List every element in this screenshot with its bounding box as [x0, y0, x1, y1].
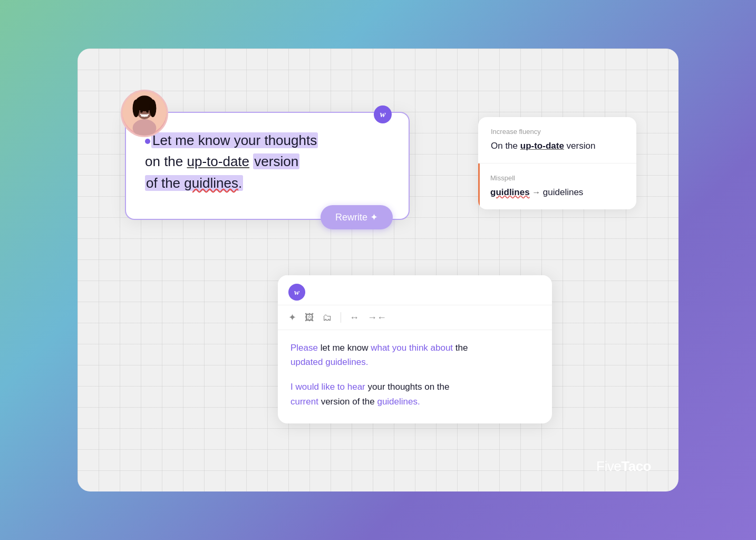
misspell-from: guidlines: [490, 187, 530, 197]
para1-updated: updated guidelines.: [290, 357, 368, 367]
expand-icon[interactable]: ↔: [350, 312, 359, 323]
w-badge: w: [374, 105, 392, 123]
misspell-to: guidelines: [543, 187, 584, 197]
avatar: [121, 90, 168, 137]
suggestions-card: Increase fluency On the up-to-date versi…: [478, 117, 636, 209]
compress-icon[interactable]: →←: [367, 312, 386, 323]
output-w-badge: w: [288, 284, 305, 301]
svg-point-4: [133, 100, 140, 118]
misspell-arrow: →: [532, 188, 542, 197]
svg-rect-9: [141, 114, 148, 117]
toolbar-divider: [341, 312, 341, 323]
link-phrase: up-to-date: [187, 153, 250, 169]
image-icon[interactable]: 🖼: [305, 312, 314, 323]
svg-point-8: [146, 110, 149, 113]
sparkle-icon[interactable]: ✦: [288, 312, 296, 323]
para1-please: Please: [290, 343, 318, 353]
para1-what: what you think about: [371, 343, 453, 353]
sel-dot: [145, 139, 150, 144]
misspell-word: guidlines: [184, 175, 238, 191]
fluency-label: Increase fluency: [491, 128, 624, 136]
editor-card: w Let me know your thoughts on the up-to…: [125, 112, 410, 220]
misspell-content: guidlines → guidelines: [490, 186, 624, 199]
para2-i-would: I would like to hear: [290, 382, 365, 392]
para2-guidelines: guidelines.: [377, 397, 420, 407]
misspell-label: Misspell: [490, 174, 624, 182]
editor-text: Let me know your thoughts on the up-to-d…: [145, 130, 390, 194]
main-card: w Let me know your thoughts on the up-to…: [77, 49, 679, 491]
output-body: Please let me know what you think about …: [278, 330, 552, 423]
output-toolbar: ✦ 🖼 🗂 ↔ →←: [278, 305, 552, 330]
output-header: w: [278, 275, 552, 305]
branding: FiveTaco: [596, 458, 651, 475]
svg-point-7: [140, 110, 143, 113]
para1-the: the: [455, 343, 468, 353]
output-para-1: Please let me know what you think about …: [290, 341, 539, 369]
highlighted-text: Let me know your thoughts: [151, 132, 318, 148]
para2-your: your thoughts on the: [367, 382, 449, 392]
output-para-2: I would like to hear your thoughts on th…: [290, 380, 539, 408]
rewrite-label: Rewrite ✦: [335, 211, 378, 223]
suggestion-fluency: Increase fluency On the up-to-date versi…: [478, 117, 636, 163]
fluency-content: On the up-to-date version: [491, 140, 624, 152]
highlighted-version: version: [253, 153, 299, 169]
para2-current: current: [290, 397, 318, 407]
highlighted-of: of the guidlines.: [145, 175, 243, 191]
output-card: w ✦ 🖼 🗂 ↔ →← Please let me know what you…: [278, 275, 552, 423]
para1-let: let me know: [321, 343, 371, 353]
brand-taco: Taco: [621, 458, 651, 474]
suggestion-misspell: Misspell guidlines → guidelines: [478, 163, 636, 209]
brand-five: Five: [596, 458, 621, 474]
para2-version: version of the: [321, 397, 377, 407]
clipboard-icon[interactable]: 🗂: [323, 312, 332, 323]
svg-point-5: [149, 100, 156, 118]
bold-phrase: up-to-date: [520, 141, 564, 151]
rewrite-button[interactable]: Rewrite ✦: [321, 205, 393, 229]
